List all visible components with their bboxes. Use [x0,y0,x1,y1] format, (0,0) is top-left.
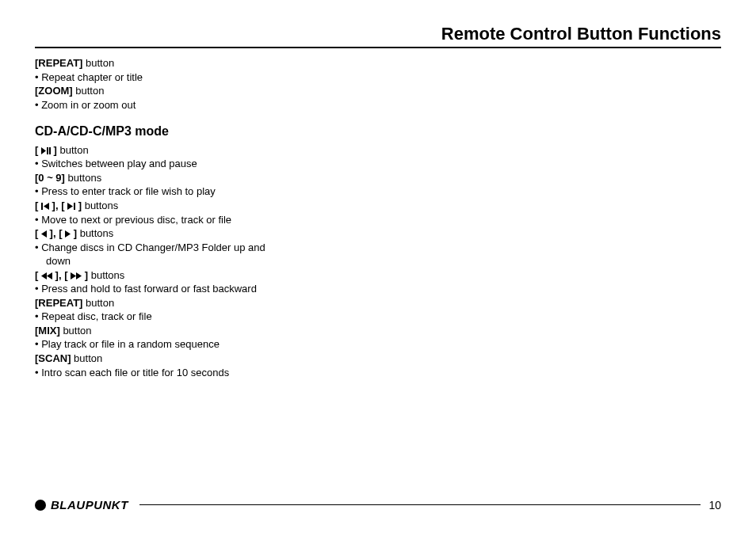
mode-bullet-3-1: down [35,254,399,268]
svg-marker-9 [41,272,47,280]
prev-track-icon [41,200,52,211]
svg-marker-10 [47,272,52,280]
brand-dot-icon [35,500,46,511]
svg-marker-0 [41,147,46,154]
svg-rect-1 [47,147,48,154]
footer: BLAUPUNKT 10 [35,498,721,511]
mode-bullet-7-0: Intro scan each file or title for 10 sec… [35,366,399,380]
top-bullet-1-0: Zoom in or zoom out [35,98,399,112]
mode-head-1: [0 ~ 9] buttons [35,171,399,185]
mode-subheading: CD-A/CD-C/MP3 mode [35,123,399,140]
brand-logo: BLAUPUNKT [35,498,128,511]
svg-marker-5 [67,203,73,210]
mode-head-6: [MIX] button [35,324,399,338]
top-head-0: [REPEAT] button [35,56,399,70]
page-title: Remote Control Button Functions [35,24,721,48]
mode-bullet-1-0: Press to enter track or file wish to pla… [35,184,399,199]
left-arrow-icon [41,227,50,239]
next-track-icon [67,200,78,211]
svg-marker-8 [65,230,71,238]
page: Remote Control Button Functions [REPEAT]… [0,0,756,540]
top-head-1: [ZOOM] button [35,84,399,98]
mode-head-7: [SCAN] button [35,352,399,366]
mode-head-5: [REPEAT] button [35,296,399,310]
svg-rect-6 [74,203,75,210]
right-arrow-icon [65,227,74,239]
mode-head-0: [ ] button [35,143,399,158]
svg-marker-7 [41,230,47,238]
mode-bullet-5-0: Repeat disc, track or file [35,310,399,324]
svg-marker-4 [44,203,49,210]
mode-bullet-2-0: Move to next or previous disc, track or … [35,213,399,227]
mode-bullet-4-0: Press and hold to fast forward or fast b… [35,282,399,296]
mode-bullet-6-0: Play track or file in a random sequence [35,337,399,352]
svg-marker-12 [76,272,82,280]
mode-head-3: [ ], [ ] buttons [35,226,399,241]
mode-head-4: [ ], [ ] buttons [35,268,399,283]
rewind-icon [38,269,55,281]
mode-block: [ ] buttonSwitches between play and paus… [35,143,399,379]
svg-marker-11 [71,272,76,280]
mode-bullet-3-0: Change discs in CD Changer/MP3 Folder up… [35,241,399,255]
mode-head-2: [ ], [ ] buttons [35,199,399,213]
top-bullet-0-0: Repeat chapter or title [35,70,399,85]
mode-bullet-0-0: Switches between play and pause [35,157,399,171]
content-column: [REPEAT] buttonRepeat chapter or title[Z… [35,56,399,379]
top-block: [REPEAT] buttonRepeat chapter or title[Z… [35,56,399,112]
fast-forward-icon [67,269,84,281]
play-pause-icon [41,144,54,156]
footer-divider [139,504,701,505]
brand-text: BLAUPUNKT [51,498,128,511]
svg-rect-2 [49,147,51,154]
page-number: 10 [708,499,721,511]
svg-rect-3 [41,203,43,210]
